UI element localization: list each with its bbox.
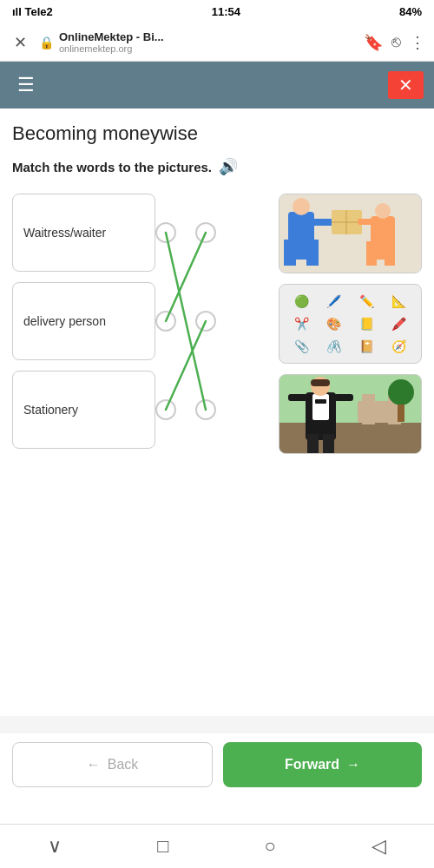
- time-display: 11:54: [212, 5, 240, 18]
- image-card-stationery[interactable]: 🟢 🖊️ ✏️ 📐 ✂️ 🎨 📒 🖍️ 📎 🖇️ 📔 🧭: [279, 284, 422, 364]
- icon-notebook: 📔: [352, 336, 382, 356]
- image-card-delivery[interactable]: [279, 194, 422, 273]
- svg-rect-5: [306, 240, 319, 266]
- icon-paint: 🎨: [319, 314, 350, 334]
- word-card-delivery: delivery person: [12, 282, 155, 360]
- svg-rect-16: [279, 423, 421, 453]
- connector-area: [155, 194, 233, 449]
- circle-pair-3: [155, 371, 216, 449]
- svg-rect-27: [334, 394, 353, 401]
- forward-button[interactable]: Forward →: [223, 742, 422, 787]
- svg-rect-28: [307, 434, 319, 453]
- browser-domain: onlinemektep.org: [59, 43, 164, 54]
- waiter-photo-svg: [279, 375, 421, 453]
- icon-pencil: ✏️: [352, 292, 382, 312]
- sound-icon[interactable]: 🔊: [219, 157, 238, 176]
- svg-rect-31: [398, 404, 404, 422]
- forward-label: Forward: [285, 757, 339, 773]
- bottom-home-icon[interactable]: □: [157, 835, 168, 858]
- images-column: 🟢 🖊️ ✏️ 📐 ✂️ 🎨 📒 🖍️ 📎 🖇️ 📔 🧭: [279, 194, 422, 454]
- icon-book: 📒: [352, 314, 382, 334]
- svg-rect-19: [362, 394, 375, 424]
- share-icon[interactable]: ⎋: [391, 33, 401, 51]
- svg-rect-13: [385, 241, 395, 266]
- instruction-text: Match the words to the pictures.: [12, 160, 212, 174]
- svg-rect-14: [358, 219, 375, 225]
- circles-column: [155, 194, 233, 449]
- left-circle-3[interactable]: [155, 399, 176, 420]
- circle-pair-2: [155, 282, 216, 360]
- right-circle-2[interactable]: [195, 311, 216, 332]
- right-circle-3[interactable]: [195, 399, 216, 420]
- stationery-icons-grid: 🟢 🖊️ ✏️ 📐 ✂️ 🎨 📒 🖍️ 📎 🖇️ 📔 🧭: [279, 285, 421, 363]
- right-circle-1[interactable]: [195, 222, 216, 243]
- lock-icon: 🔒: [39, 36, 54, 49]
- svg-point-30: [388, 379, 414, 405]
- status-bar: ıll Tele2 11:54 84%: [0, 0, 434, 23]
- browser-bar: ✕ 🔒 OnlineMektep - Bi... onlinemektep.or…: [0, 23, 434, 62]
- word-card-stationery: Stationery: [12, 371, 155, 449]
- signal-indicator: ıll Tele2: [12, 5, 53, 18]
- svg-rect-29: [323, 434, 334, 453]
- battery-indicator: 84%: [399, 5, 422, 18]
- left-circle-2[interactable]: [155, 311, 176, 332]
- icon-ruler: 📐: [385, 292, 415, 312]
- svg-rect-26: [288, 394, 307, 401]
- close-x-button[interactable]: ✕: [388, 71, 424, 99]
- hamburger-button[interactable]: ☰: [10, 70, 42, 100]
- word-label-waitress: Waitress/waiter: [23, 226, 106, 240]
- svg-point-3: [293, 198, 310, 215]
- matching-area: Waitress/waiter delivery person Statione…: [12, 194, 422, 454]
- delivery-photo-svg: [279, 194, 421, 273]
- image-card-waiter[interactable]: [279, 374, 422, 454]
- page-title: Becoming moneywise: [12, 122, 422, 145]
- svg-rect-12: [366, 241, 377, 266]
- bottom-back-icon[interactable]: ∨: [48, 835, 62, 858]
- url-area: 🔒 OnlineMektep - Bi... onlinemektep.org: [39, 30, 357, 54]
- back-label: Back: [108, 757, 139, 773]
- menu-icon[interactable]: ⋮: [410, 33, 425, 52]
- bottom-navigation-bar: ∨ □ ○ ◁: [0, 824, 434, 868]
- bottom-circle-icon[interactable]: ○: [265, 835, 276, 858]
- navigation-buttons: ← Back Forward →: [0, 733, 434, 796]
- icon-pen: 🖊️: [319, 292, 350, 312]
- app-header: ☰ ✕: [0, 62, 434, 108]
- svg-rect-4: [284, 240, 296, 266]
- url-text-block: OnlineMektep - Bi... onlinemektep.org: [59, 30, 164, 54]
- back-button[interactable]: ← Back: [12, 742, 213, 787]
- svg-rect-23: [315, 399, 326, 404]
- browser-title: OnlineMektep - Bi...: [59, 30, 164, 43]
- browser-close-button[interactable]: ✕: [9, 31, 32, 54]
- svg-rect-25: [311, 379, 330, 386]
- word-label-delivery: delivery person: [23, 314, 106, 328]
- left-circle-1[interactable]: [155, 222, 176, 243]
- words-column: Waitress/waiter delivery person Statione…: [12, 194, 155, 449]
- main-content: Becoming moneywise Match the words to th…: [0, 108, 434, 716]
- instruction-row: Match the words to the pictures. 🔊: [12, 157, 422, 176]
- icon-clip: 📎: [286, 336, 317, 356]
- icon-scissors: ✂️: [286, 314, 317, 334]
- icon-marker: 🖍️: [385, 314, 415, 334]
- word-card-waitress: Waitress/waiter: [12, 194, 155, 272]
- back-arrow-icon: ←: [87, 757, 101, 773]
- svg-point-11: [375, 203, 391, 219]
- icon-tape: 🖇️: [319, 336, 350, 356]
- svg-rect-22: [312, 394, 329, 420]
- bookmark-icon[interactable]: 🔖: [364, 33, 383, 52]
- word-label-stationery: Stationery: [23, 403, 78, 417]
- bottom-prev-icon[interactable]: ◁: [372, 835, 386, 858]
- browser-actions: 🔖 ⎋ ⋮: [364, 33, 425, 52]
- icon-compass: 🧭: [385, 336, 415, 356]
- icon-circle-green: 🟢: [286, 292, 317, 312]
- circle-pair-1: [155, 194, 216, 272]
- forward-arrow-icon: →: [346, 757, 360, 773]
